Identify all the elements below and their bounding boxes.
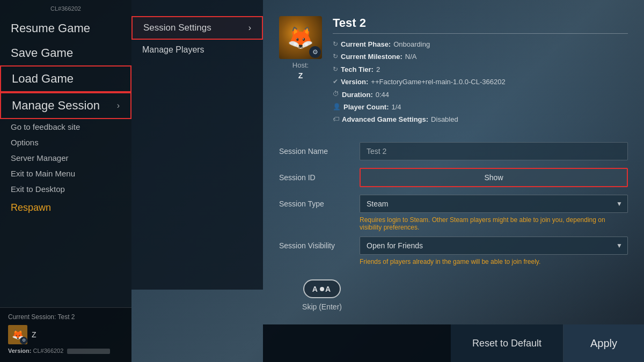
sidebar-item-respawn[interactable]: Respawn bbox=[0, 197, 131, 219]
avatar: 🦊 ⚙ bbox=[8, 325, 27, 344]
sidebar-item-options-label: Options bbox=[11, 138, 39, 147]
username: Z bbox=[32, 330, 36, 339]
sidebar-item-resume-label: Resume Game bbox=[11, 21, 90, 35]
skip-text[interactable]: Skip (Enter) bbox=[302, 302, 342, 311]
ada-logo-a2: A bbox=[325, 285, 332, 293]
session-visibility-select[interactable]: Open for Friends Private Friends Only An… bbox=[360, 237, 628, 255]
version-label: Version: bbox=[8, 348, 31, 354]
submenu-item-manage-players[interactable]: Manage Players bbox=[131, 40, 263, 60]
version-bottom: Version: CL#366202 bbox=[8, 348, 123, 354]
session-type-control: Steam Epic Games LAN ▼ bbox=[360, 195, 628, 213]
ada-dot bbox=[320, 287, 324, 291]
sidebar-item-load[interactable]: Load Game bbox=[0, 65, 131, 92]
session-name-label: Session Name bbox=[279, 147, 349, 156]
form-row-session-name: Session Name bbox=[279, 142, 628, 160]
submenu-item-manage-players-label: Manage Players bbox=[142, 45, 204, 55]
detail-milestone: ↻ Current Milestone: N/A bbox=[333, 50, 628, 63]
phase-icon: ↻ bbox=[333, 39, 338, 50]
detail-version: ✔ Version: ++FactoryGame+rel-main-1.0.0-… bbox=[333, 76, 628, 88]
session-id-label: Session ID bbox=[279, 173, 349, 182]
duration-value: 0:44 bbox=[376, 88, 389, 101]
current-session-label: Current Session: Test 2 bbox=[8, 313, 123, 321]
tech-icon: ↻ bbox=[333, 64, 338, 76]
steam-badge: ⚙ bbox=[20, 337, 27, 344]
sidebar-item-exit-main-label: Exit to Main Menu bbox=[11, 169, 75, 178]
milestone-label: Current Milestone: bbox=[341, 50, 402, 63]
session-visibility-label: Session Visibility bbox=[279, 241, 349, 250]
game-details: Test 2 ↻ Current Phase: Onboarding ↻ Cur… bbox=[333, 16, 628, 126]
game-title: Test 2 bbox=[333, 16, 628, 34]
detail-tech-tier: ↻ Tech Tier: 2 bbox=[333, 63, 628, 76]
sidebar-item-load-label: Load Game bbox=[12, 72, 74, 86]
session-visibility-hint: Friends of players already in the game w… bbox=[279, 258, 628, 265]
sidebar-bottom: Current Session: Test 2 🦊 ⚙ Z Version: C… bbox=[0, 307, 131, 362]
sidebar: CL#366202 Resume Game Save Game Load Gam… bbox=[0, 0, 131, 362]
sidebar-item-exit-desktop[interactable]: Exit to Desktop bbox=[0, 181, 131, 197]
duration-label: Duration: bbox=[342, 88, 373, 101]
sidebar-item-respawn-label: Respawn bbox=[11, 202, 51, 213]
steam-overlay-icon: ⚙ bbox=[309, 46, 321, 58]
sidebar-item-save[interactable]: Save Game bbox=[0, 41, 131, 65]
session-type-label: Session Type bbox=[279, 200, 349, 208]
milestone-icon: ↻ bbox=[333, 51, 338, 63]
game-thumbnail: 🦊 ⚙ Host: Z bbox=[279, 16, 322, 126]
ags-label: Advanced Game Settings: bbox=[342, 113, 428, 125]
host-name: Z bbox=[298, 71, 303, 80]
ada-logo: A A bbox=[303, 279, 341, 298]
sidebar-item-server-manager[interactable]: Server Manager bbox=[0, 150, 131, 166]
session-type-hint: Requires login to Steam. Other Steam pla… bbox=[279, 216, 628, 231]
sidebar-item-manage-session-label: Manage Session bbox=[12, 99, 100, 113]
host-label: Host: bbox=[292, 61, 309, 69]
player-count-value: 1/4 bbox=[392, 101, 401, 113]
sidebar-item-resume[interactable]: Resume Game bbox=[0, 16, 131, 41]
user-row: 🦊 ⚙ Z bbox=[8, 325, 123, 344]
session-type-select[interactable]: Steam Epic Games LAN bbox=[360, 195, 628, 213]
sidebar-item-exit-main[interactable]: Exit to Main Menu bbox=[0, 166, 131, 181]
sidebar-item-options[interactable]: Options bbox=[0, 135, 131, 150]
form-row-session-type: Session Type Steam Epic Games LAN ▼ bbox=[279, 195, 628, 213]
sidebar-item-exit-desktop-label: Exit to Desktop bbox=[11, 184, 65, 194]
sidebar-item-manage-session[interactable]: Manage Session › bbox=[0, 92, 131, 119]
player-count-label: Player Count: bbox=[343, 101, 389, 113]
chevron-right-icon: › bbox=[117, 101, 120, 110]
sidebar-item-save-label: Save Game bbox=[11, 46, 73, 60]
milestone-value: N/A bbox=[405, 50, 417, 63]
submenu-panel: Session Settings › Manage Players bbox=[131, 0, 263, 290]
phase-label: Current Phase: bbox=[341, 38, 391, 50]
phase-value: Onboarding bbox=[393, 38, 430, 50]
ada-logo-a1: A bbox=[312, 285, 319, 293]
settings-form: Session Name Session ID Show Session Typ… bbox=[279, 142, 628, 265]
duration-icon: ⏱ bbox=[333, 88, 339, 100]
version-tag: CL#366202 bbox=[50, 5, 81, 12]
version-icon: ✔ bbox=[333, 76, 338, 88]
session-visibility-control: Open for Friends Private Friends Only An… bbox=[360, 237, 628, 255]
tech-value: 2 bbox=[376, 63, 380, 76]
detail-duration: ⏱ Duration: 0:44 bbox=[333, 88, 628, 101]
version-detail-label: Version: bbox=[341, 76, 368, 88]
session-name-control bbox=[360, 142, 628, 160]
version-value: CL#366202 bbox=[33, 348, 63, 354]
game-info-card: 🦊 ⚙ Host: Z Test 2 ↻ Current Phase: Onbo… bbox=[279, 16, 628, 126]
form-row-session-id: Session ID Show bbox=[279, 168, 628, 187]
chevron-right-icon-submenu: › bbox=[248, 23, 251, 33]
submenu-item-session-settings-label: Session Settings bbox=[143, 23, 211, 33]
thumbnail-image: 🦊 ⚙ bbox=[279, 16, 322, 59]
apply-button[interactable]: Apply bbox=[564, 324, 644, 362]
show-session-id-button[interactable]: Show bbox=[360, 168, 628, 187]
submenu-item-session-settings[interactable]: Session Settings › bbox=[131, 16, 263, 40]
bottom-bar: Reset to Default Apply bbox=[263, 324, 644, 362]
session-id-control: Show bbox=[360, 168, 628, 187]
session-name-input[interactable] bbox=[360, 142, 628, 160]
detail-phase: ↻ Current Phase: Onboarding bbox=[333, 38, 628, 50]
blur-bar bbox=[67, 349, 110, 354]
sidebar-item-feedback[interactable]: Go to feedback site bbox=[0, 119, 131, 135]
player-icon: 👤 bbox=[333, 101, 341, 113]
version-detail-value: ++FactoryGame+rel-main-1.0.0-CL-366202 bbox=[371, 76, 505, 88]
sidebar-item-server-manager-label: Server Manager bbox=[11, 153, 69, 162]
detail-ags: 🏷 Advanced Game Settings: Disabled bbox=[333, 113, 628, 125]
detail-player-count: 👤 Player Count: 1/4 bbox=[333, 101, 628, 113]
ags-icon: 🏷 bbox=[333, 114, 339, 125]
reset-to-default-button[interactable]: Reset to Default bbox=[451, 324, 564, 362]
form-row-session-visibility: Session Visibility Open for Friends Priv… bbox=[279, 237, 628, 255]
ada-area: A A Skip (Enter) bbox=[302, 279, 342, 311]
